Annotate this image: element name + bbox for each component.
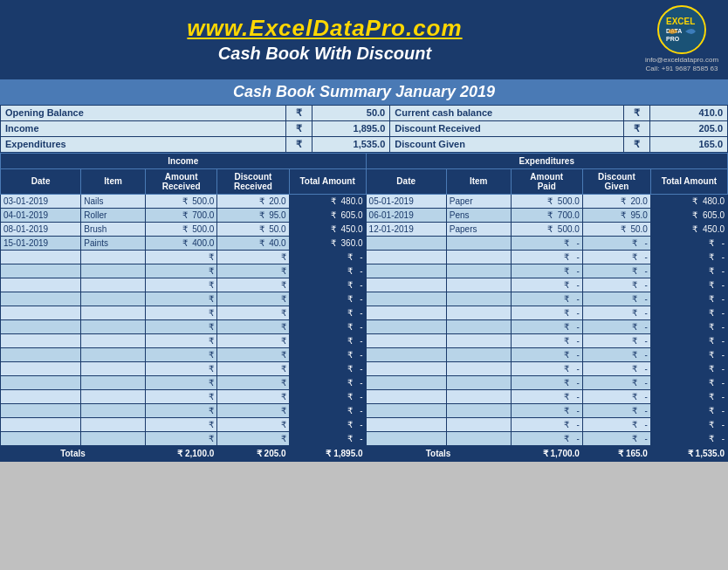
summary-table: Opening Balance ₹ 50.0 Current cash bala…: [0, 105, 728, 153]
exp-total-13: ₹ -: [650, 375, 727, 389]
inc-date-15: [1, 403, 81, 417]
data-row-13: ₹ ₹ ₹ - ₹ - ₹ - ₹ -: [1, 375, 728, 389]
exp-discount-6: ₹ -: [582, 278, 650, 292]
inc-amount-9: ₹: [146, 319, 217, 333]
logo-block: EXCEL DATA PRO info@exceldatapro.com Cal…: [642, 5, 721, 74]
income-totals-amount: ₹ 2,100.0: [146, 445, 217, 461]
exp-date-7: [366, 292, 446, 306]
inc-total-10: ₹ -: [289, 333, 366, 347]
th-exp-item: Item: [446, 168, 511, 194]
summary-currency2-1: ₹: [624, 120, 650, 136]
exp-date-15: [366, 403, 446, 417]
exp-discount-12: ₹ -: [582, 361, 650, 375]
exp-date-11: [366, 347, 446, 361]
summary-value2-0: 410.0: [649, 105, 727, 120]
inc-amount-13: ₹: [146, 375, 217, 389]
exp-discount-14: ₹ -: [582, 389, 650, 403]
inc-date-9: [1, 319, 81, 333]
th-income-total: Total Amount: [289, 168, 366, 194]
summary-title: Cash Book Summary January 2019: [233, 83, 495, 100]
exp-date-5: [366, 264, 446, 278]
summary-value2-1: 205.0: [649, 120, 727, 136]
th-exp-total: Total Amount: [650, 168, 727, 194]
inc-discount-11: ₹: [217, 347, 289, 361]
exp-date-4: [366, 250, 446, 264]
data-row-2: 08-01-2019 Brush ₹ 500.0 ₹ 50.0 ₹ 450.0 …: [1, 222, 728, 236]
inc-amount-14: ₹: [146, 389, 217, 403]
inc-date-1: 04-01-2019: [1, 208, 81, 222]
inc-discount-14: ₹: [217, 389, 289, 403]
exp-discount-9: ₹ -: [582, 319, 650, 333]
inc-total-14: ₹ -: [289, 389, 366, 403]
exp-discount-1: ₹ 95.0: [582, 208, 650, 222]
summary-label-0: Opening Balance: [1, 105, 286, 120]
exp-item-10: [446, 333, 511, 347]
exp-date-17: [366, 431, 446, 445]
summary-label2-1: Discount Received: [390, 120, 624, 136]
inc-item-13: [81, 375, 146, 389]
inc-amount-11: ₹: [146, 347, 217, 361]
income-totals-total: ₹ 1,895.0: [289, 445, 366, 461]
inc-amount-0: ₹ 500.0: [146, 194, 217, 208]
inc-amount-12: ₹: [146, 361, 217, 375]
inc-total-15: ₹ -: [289, 403, 366, 417]
inc-amount-16: ₹: [146, 417, 217, 431]
inc-item-7: [81, 292, 146, 306]
inc-date-13: [1, 375, 81, 389]
exp-total-4: ₹ -: [650, 250, 727, 264]
inc-amount-1: ₹ 700.0: [146, 208, 217, 222]
inc-item-0: Nails: [81, 194, 146, 208]
inc-amount-15: ₹: [146, 403, 217, 417]
exp-item-16: [446, 417, 511, 431]
data-row-4: ₹ ₹ ₹ - ₹ - ₹ - ₹ -: [1, 250, 728, 264]
income-totals-discount: ₹ 205.0: [217, 445, 289, 461]
data-row-16: ₹ ₹ ₹ - ₹ - ₹ - ₹ -: [1, 417, 728, 431]
exp-date-10: [366, 333, 446, 347]
inc-total-3: ₹ 360.0: [289, 236, 366, 250]
income-section-header: Income: [1, 153, 367, 168]
summary-currency2-0: ₹: [624, 105, 650, 120]
summary-row-0: Opening Balance ₹ 50.0 Current cash bala…: [1, 105, 728, 120]
summary-value2-2: 165.0: [649, 136, 727, 152]
inc-total-11: ₹ -: [289, 347, 366, 361]
exp-totals-label: Totals: [366, 445, 511, 461]
exp-amount-11: ₹ -: [511, 347, 582, 361]
exp-total-17: ₹ -: [650, 431, 727, 445]
exp-discount-13: ₹ -: [582, 375, 650, 389]
data-row-15: ₹ ₹ ₹ - ₹ - ₹ - ₹ -: [1, 403, 728, 417]
inc-discount-6: ₹: [217, 278, 289, 292]
exp-discount-8: ₹ -: [582, 306, 650, 319]
th-income-item: Item: [81, 168, 146, 194]
inc-discount-4: ₹: [217, 250, 289, 264]
exp-date-3: [366, 236, 446, 250]
inc-item-11: [81, 347, 146, 361]
inc-date-0: 03-01-2019: [1, 194, 81, 208]
exp-item-6: [446, 278, 511, 292]
exp-total-6: ₹ -: [650, 278, 727, 292]
exp-total-14: ₹ -: [650, 389, 727, 403]
inc-discount-13: ₹: [217, 375, 289, 389]
inc-date-10: [1, 333, 81, 347]
th-income-amount: AmountReceived: [146, 168, 217, 194]
exp-discount-16: ₹ -: [582, 417, 650, 431]
exp-amount-10: ₹ -: [511, 333, 582, 347]
inc-date-3: 15-01-2019: [1, 236, 81, 250]
exp-discount-0: ₹ 20.0: [582, 194, 650, 208]
exp-date-16: [366, 417, 446, 431]
inc-item-4: [81, 250, 146, 264]
exp-total-5: ₹ -: [650, 264, 727, 278]
svg-text:PRO: PRO: [666, 36, 680, 42]
inc-discount-7: ₹: [217, 292, 289, 306]
exp-item-9: [446, 319, 511, 333]
exp-item-2: Papers: [446, 222, 511, 236]
expenditure-section-header: Expenditures: [366, 153, 727, 168]
inc-discount-16: ₹: [217, 417, 289, 431]
exp-amount-17: ₹ -: [511, 431, 582, 445]
totals-row: Totals ₹ 2,100.0 ₹ 205.0 ₹ 1,895.0 Total…: [1, 445, 728, 461]
inc-amount-17: ₹: [146, 431, 217, 445]
main-data-table: Income Expenditures Date Item AmountRece…: [0, 153, 728, 462]
inc-total-4: ₹ -: [289, 250, 366, 264]
exp-discount-15: ₹ -: [582, 403, 650, 417]
exp-discount-3: ₹ -: [582, 236, 650, 250]
exp-date-6: [366, 278, 446, 292]
